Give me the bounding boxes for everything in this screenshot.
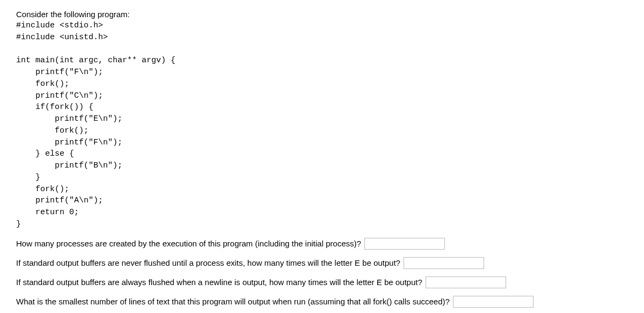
question-row-2: If standard output buffers are never flu…: [16, 257, 628, 269]
question-row-1: How many processes are created by the ex…: [16, 238, 628, 250]
intro-text: Consider the following program:: [16, 10, 628, 19]
question-2-text: If standard output buffers are never flu…: [16, 258, 400, 267]
question-row-4: What is the smallest number of lines of …: [16, 296, 628, 308]
code-block: #include <stdio.h> #include <unistd.h> i…: [16, 20, 628, 230]
question-3-input[interactable]: [426, 276, 506, 288]
question-1-text: How many processes are created by the ex…: [16, 239, 361, 248]
question-1-input[interactable]: [364, 238, 445, 250]
question-4-input[interactable]: [453, 296, 533, 308]
question-3-text: If standard output buffers are always fl…: [16, 278, 422, 287]
question-row-3: If standard output buffers are always fl…: [16, 276, 628, 288]
question-2-input[interactable]: [404, 257, 484, 269]
question-4-text: What is the smallest number of lines of …: [16, 297, 450, 306]
